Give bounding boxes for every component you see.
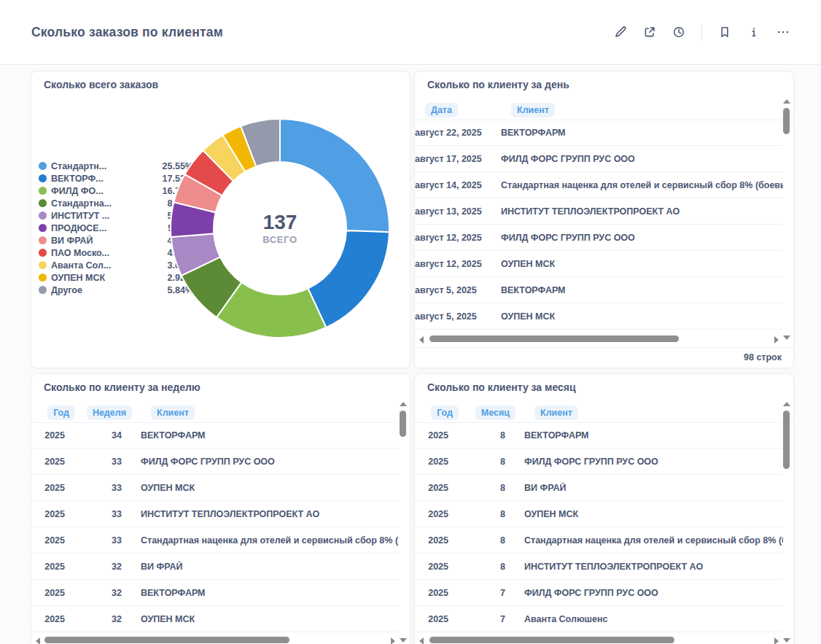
table-row[interactable]: август 17, 2025ФИЛД ФОРС ГРУПП РУС ООО [415, 146, 783, 172]
horizontal-scrollbar[interactable] [415, 334, 783, 344]
table-cell[interactable]: ОУПЕН МСК [122, 614, 400, 624]
column-header-pill[interactable]: Месяц [475, 406, 515, 421]
table-cell[interactable]: август 5, 2025 [415, 285, 501, 295]
scroll-right-arrow[interactable] [774, 336, 779, 344]
table-cell[interactable]: 7 [448, 588, 505, 598]
table-cell[interactable]: ВЕКТОРФАРМ [122, 588, 400, 598]
table-cell[interactable]: 2025 [415, 483, 448, 493]
table-cell[interactable]: 8 [448, 535, 505, 546]
table-cell[interactable]: 2025 [31, 457, 65, 467]
column-header-pill[interactable]: Клиент [511, 103, 555, 118]
table-row[interactable]: 20258Стандартная наценка для отелей и се… [415, 527, 783, 554]
table-cell[interactable]: Стандартная наценка для отелей и сервисн… [501, 180, 783, 190]
table-cell[interactable]: 2025 [415, 430, 448, 441]
info-icon[interactable] [747, 26, 760, 39]
table-row[interactable]: август 12, 2025ОУПЕН МСК [415, 251, 783, 277]
table-cell[interactable]: ФИЛД ФОРС ГРУПП РУС ООО [505, 588, 783, 598]
table-cell[interactable]: ОУПЕН МСК [122, 483, 400, 493]
table-cell[interactable]: август 12, 2025 [415, 233, 501, 243]
table-cell[interactable]: 33 [65, 509, 122, 519]
horizontal-scroll-thumb[interactable] [429, 335, 679, 342]
table-cell[interactable]: август 14, 2025 [415, 180, 501, 190]
table-cell[interactable]: 2025 [415, 457, 448, 467]
bookmark-icon[interactable] [718, 26, 731, 39]
horizontal-scroll-thumb[interactable] [44, 637, 289, 643]
table-cell[interactable]: Стандартная наценка для отелей и сервисн… [505, 535, 783, 546]
table-row[interactable]: август 5, 2025ВЕКТОРФАРМ [415, 277, 783, 303]
table-cell[interactable]: ОУПЕН МСК [501, 311, 783, 322]
table-row[interactable]: 202533ОУПЕН МСК [31, 475, 400, 501]
table-cell[interactable]: 2025 [31, 535, 65, 546]
table-cell[interactable]: 2025 [415, 535, 448, 546]
table-cell[interactable]: ИНСТИТУТ ТЕПЛОЭЛЕКТРОПРОЕКТ АО [505, 562, 783, 572]
donut-svg[interactable] [169, 117, 391, 339]
scroll-right-arrow[interactable] [391, 637, 395, 644]
table-cell[interactable]: 8 [448, 562, 505, 572]
table-row[interactable]: 202532ОУПЕН МСК [31, 606, 400, 632]
table-cell[interactable]: 32 [65, 588, 122, 598]
table-row[interactable]: 202533ИНСТИТУТ ТЕПЛОЭЛЕКТРОПРОЕКТ АО [31, 501, 400, 527]
table-cell[interactable]: ОУПЕН МСК [501, 259, 783, 269]
vertical-scrollbar[interactable] [782, 402, 791, 643]
scroll-down-arrow[interactable] [783, 638, 790, 643]
table-cell[interactable]: ФИЛД ФОРС ГРУПП РУС ООО [505, 457, 783, 467]
scroll-down-arrow[interactable] [783, 335, 790, 340]
table-cell[interactable]: 33 [65, 457, 122, 467]
table-cell[interactable]: ФИЛД ФОРС ГРУПП РУС ООО [501, 233, 783, 243]
column-header-pill[interactable]: Год [431, 406, 459, 421]
table-cell[interactable]: Аванта Солюшенс [505, 614, 783, 624]
table-cell[interactable]: 34 [65, 430, 122, 441]
history-clock-icon[interactable] [672, 26, 685, 39]
table-row[interactable]: август 14, 2025Стандартная наценка для о… [415, 172, 783, 198]
horizontal-scrollbar[interactable] [31, 635, 400, 644]
vertical-scrollbar[interactable] [399, 402, 408, 643]
table-row[interactable]: август 22, 2025ВЕКТОРФАРМ [415, 120, 783, 146]
horizontal-scrollbar[interactable] [415, 635, 783, 644]
donut-chart[interactable]: 137 ВСЕГО [169, 117, 391, 339]
table-cell[interactable]: 33 [65, 483, 122, 493]
table-cell[interactable]: 32 [65, 562, 122, 572]
vertical-scroll-thumb[interactable] [783, 108, 790, 134]
column-header-pill[interactable]: Дата [425, 103, 458, 118]
card-title-per-week[interactable]: Сколько по клиенту за неделю [44, 381, 201, 393]
table-row[interactable]: 202533ФИЛД ФОРС ГРУПП РУС ООО [31, 449, 400, 475]
scroll-down-arrow[interactable] [400, 638, 407, 643]
table-cell[interactable]: август 17, 2025 [415, 154, 501, 164]
table-cell[interactable]: ФИЛД ФОРС ГРУПП РУС ООО [122, 457, 400, 467]
table-row[interactable]: 202533Стандартная наценка для отелей и с… [31, 527, 400, 554]
table-row[interactable]: август 5, 2025ОУПЕН МСК [415, 303, 783, 330]
table-cell[interactable]: ФИЛД ФОРС ГРУПП РУС ООО [501, 154, 783, 164]
horizontal-scroll-thumb[interactable] [429, 637, 674, 643]
table-cell[interactable]: август 12, 2025 [415, 259, 501, 269]
table-cell[interactable]: 8 [448, 430, 505, 441]
table-cell[interactable]: 2025 [31, 509, 65, 519]
table-cell[interactable]: 2025 [415, 562, 448, 572]
table-row[interactable]: 20258ФИЛД ФОРС ГРУПП РУС ООО [415, 449, 783, 475]
card-title-total[interactable]: Сколько всего заказов [44, 79, 158, 90]
column-header-pill[interactable]: Клиент [534, 406, 578, 421]
table-row[interactable]: 202532ВЕКТОРФАРМ [31, 580, 400, 606]
table-cell[interactable]: 2025 [31, 483, 65, 493]
table-cell[interactable]: ВЕКТОРФАРМ [501, 128, 783, 138]
table-cell[interactable]: 7 [448, 614, 505, 624]
table-row[interactable]: август 12, 2025ФИЛД ФОРС ГРУПП РУС ООО [415, 225, 783, 251]
pie-slice[interactable] [280, 119, 389, 232]
scroll-left-arrow[interactable] [419, 336, 424, 344]
table-cell[interactable]: ВЕКТОРФАРМ [501, 285, 783, 295]
scroll-up-arrow[interactable] [783, 99, 790, 104]
table-row[interactable]: 20257Аванта Солюшенс [415, 606, 783, 632]
table-cell[interactable]: 2025 [31, 614, 65, 624]
table-cell[interactable]: ВИ ФРАЙ [505, 483, 783, 493]
table-cell[interactable]: август 5, 2025 [415, 311, 501, 322]
table-cell[interactable]: 2025 [415, 509, 448, 519]
card-title-per-day[interactable]: Сколько по клиенту за день [427, 79, 569, 90]
table-row[interactable]: август 13, 2025ИНСТИТУТ ТЕПЛОЭЛЕКТРОПРОЕ… [415, 198, 783, 225]
table-cell[interactable]: 8 [448, 483, 505, 493]
scroll-up-arrow[interactable] [783, 402, 790, 406]
edit-pencil-icon[interactable] [614, 26, 627, 39]
more-ellipsis-icon[interactable] [777, 26, 790, 39]
table-cell[interactable]: 2025 [31, 588, 65, 598]
share-icon[interactable] [643, 26, 656, 39]
table-cell[interactable]: ВЕКТОРФАРМ [505, 430, 783, 441]
table-cell[interactable]: 2025 [31, 430, 65, 441]
